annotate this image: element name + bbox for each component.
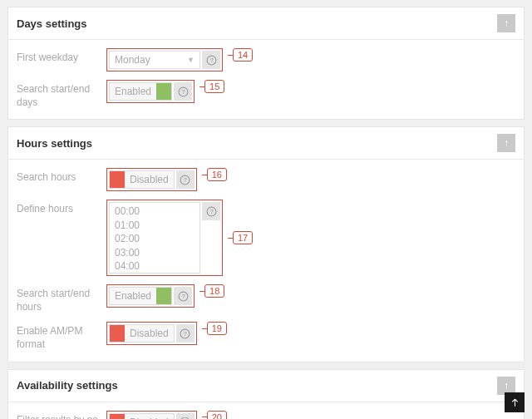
arrow-up-icon: ↑ [504,17,509,29]
svg-text:?: ? [209,57,213,64]
search-hours-toggle[interactable]: Disabled [109,170,175,189]
ampm-label: Enable AM/PM format [17,322,106,351]
hours-settings-panel: Hours settings ↑ Search hours Disabled ? [7,126,525,362]
help-button[interactable]: ? [176,413,195,419]
collapse-button[interactable]: ↑ [497,14,515,32]
svg-text:?: ? [181,88,185,96]
arrow-up-icon: ↑ [504,380,509,392]
scroll-to-top-button[interactable] [505,392,525,412]
callout-14: 14 [228,48,253,62]
ampm-toggle[interactable]: Disabled [109,324,175,343]
svg-text:?: ? [184,176,187,184]
question-icon: ? [180,328,190,339]
callout-18: 18 [200,284,224,298]
define-hours-listbox[interactable]: 00:00 01:00 02:00 03:00 04:00 05:00 [109,202,200,274]
svg-text:?: ? [209,208,213,215]
callout-16: 16 [202,168,227,181]
callout-17: 17 [228,231,253,244]
search-days-label: Search start/end days [17,80,106,109]
collapse-button[interactable]: ↑ [497,134,515,152]
days-settings-panel: Days settings ↑ First weekday Monday ▼ ? [7,7,525,120]
arrow-up-icon [510,397,520,408]
question-icon: ? [178,291,189,302]
hours-settings-title: Hours settings [17,137,92,150]
help-button[interactable]: ? [174,287,192,305]
search-hours-label: Search hours [17,168,106,185]
list-item[interactable]: 03:00 [115,246,195,260]
help-button[interactable]: ? [174,82,192,101]
list-item[interactable]: 04:00 [115,259,195,274]
first-weekday-select[interactable]: Monday ▼ [109,51,200,69]
list-item[interactable]: 01:00 [115,219,195,233]
list-item[interactable]: 02:00 [115,232,195,246]
callout-19: 19 [202,322,227,335]
arrow-up-icon: ↑ [504,137,509,149]
question-icon: ? [206,55,217,66]
hours-settings-header: Hours settings ↑ [8,127,524,160]
days-settings-title: Days settings [17,17,87,30]
svg-text:?: ? [184,330,187,338]
svg-text:?: ? [181,293,185,300]
define-hours-label: Define hours [17,200,106,216]
search-startend-hours-label: Search start/end hours [17,284,106,313]
availability-settings-panel: Availability settings ↑ Filter results b… [7,369,525,419]
help-button[interactable]: ? [176,324,195,343]
availability-settings-title: Availability settings [17,379,118,392]
availability-settings-header: Availability settings ↑ [8,370,524,402]
help-button[interactable]: ? [202,51,220,69]
chevron-down-icon: ▼ [187,56,195,64]
question-icon: ? [180,175,190,185]
callout-20: 20 [202,411,227,419]
help-button[interactable]: ? [202,202,220,220]
question-icon: ? [178,86,189,97]
help-button[interactable]: ? [176,170,195,189]
days-settings-header: Days settings ↑ [8,7,524,40]
search-days-toggle[interactable]: Enabled [109,82,172,101]
question-icon: ? [206,206,217,217]
list-item[interactable]: 00:00 [115,205,195,219]
search-startend-hours-toggle[interactable]: Enabled [109,287,172,305]
filter-results-label: Filter results by no of items available [17,411,106,419]
filter-results-toggle[interactable]: Disabled [109,413,175,419]
first-weekday-value: Monday [115,54,150,66]
first-weekday-label: First weekday [17,48,106,65]
callout-15: 15 [200,80,224,93]
